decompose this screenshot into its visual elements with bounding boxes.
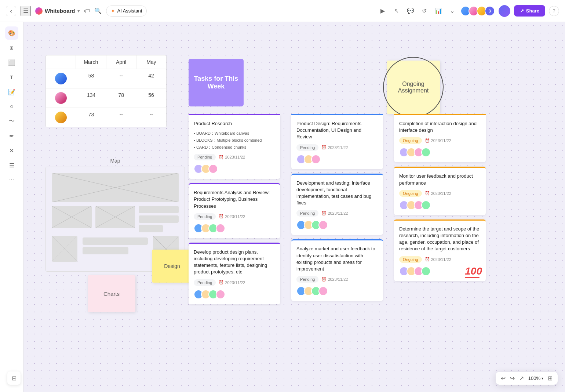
left-sidebar: 🎨 ⊞ ⬜ T 📝 ○ 〜 ✒ ✕ ☰ ··· ⚙: [0, 22, 23, 392]
sidebar-pen-icon[interactable]: ✒: [5, 129, 18, 142]
card-3-1-meta: Ongoing ⏰ 2023/11/22: [399, 137, 481, 144]
wf-img-4: [52, 236, 77, 262]
search-icon[interactable]: 🔍: [94, 7, 102, 14]
sidebar-marker-icon[interactable]: ✕: [5, 144, 18, 157]
card-1-3-title: Develop product design plans, including …: [194, 249, 275, 276]
bottom-left-toolbar: ⊟: [7, 371, 21, 385]
card-3-2-meta: Ongoing ⏰ 2023/11/22: [399, 190, 481, 197]
ta-30: [421, 200, 431, 210]
top-toolbar: ‹ ☰ Whiteboard ▾ 🏷 🔍 ✦ AI Assistant ▶ ↖ …: [0, 0, 565, 22]
menu-button[interactable]: ☰: [21, 6, 31, 16]
fit-view-icon[interactable]: ⊞: [548, 375, 553, 382]
sidebar-frame-icon[interactable]: ⬜: [5, 56, 18, 69]
back-button[interactable]: ‹: [6, 6, 16, 16]
sticky-design-label: Design: [164, 263, 180, 269]
card-3-2-title: Monitor user feedback and product perfor…: [399, 173, 481, 186]
task-card-3-2[interactable]: Monitor user feedback and product perfor…: [394, 167, 486, 215]
sidebar-shape-icon[interactable]: ○: [5, 100, 18, 113]
card-2-1-title: Product Design: Requirements Documentati…: [296, 120, 378, 141]
chart-icon[interactable]: 📊: [434, 7, 443, 15]
task-card-3-3[interactable]: Determine the target and scope of the re…: [394, 219, 486, 281]
col-empty: [46, 55, 76, 69]
history-icon[interactable]: ↺: [420, 7, 429, 15]
ai-label: AI Assistant: [117, 8, 142, 14]
calendar-row-1: 58 -- 42: [46, 69, 166, 88]
score-underline: [465, 277, 480, 278]
task-card-1-2[interactable]: Requirements Analysis and Review: Produc…: [189, 183, 280, 238]
card-1-2-status: Pending: [194, 213, 216, 220]
card-3-3-status: Ongoing: [399, 256, 422, 263]
task-card-2-1[interactable]: Product Design: Requirements Documentati…: [291, 115, 383, 169]
wf-block-small-1: [52, 236, 77, 262]
card-1-3-meta: Pending ⏰ 2023/11/22: [194, 279, 275, 286]
card-1-3-date: ⏰ 2023/11/22: [219, 280, 245, 285]
card-2-3-title: Analyze market and user feedback to iden…: [296, 246, 378, 272]
sticky-design: Design: [152, 250, 192, 283]
sidebar-list-icon[interactable]: ☰: [5, 159, 18, 172]
task-column-1: Product Research BOARD：Whiteboard canvas…: [189, 114, 280, 309]
chat-icon[interactable]: 💬: [406, 7, 415, 15]
task-card-2-3[interactable]: Analyze market and user feedback to iden…: [291, 239, 383, 301]
task-card-1-1[interactable]: Product Research BOARD：Whiteboard canvas…: [189, 115, 280, 179]
sidebar-palette-icon[interactable]: 🎨: [5, 26, 18, 40]
wf-row-2: [52, 206, 179, 232]
cursor-tool-icon[interactable]: ↗: [519, 375, 524, 382]
card-3-1-title: Completion of interaction design and int…: [399, 120, 481, 134]
ta-26: [421, 148, 431, 157]
ai-assistant-button[interactable]: ✦ AI Assistant: [106, 6, 147, 17]
play-icon[interactable]: ▶: [378, 7, 387, 15]
cursor-icon[interactable]: ↖: [392, 7, 401, 15]
zoom-level[interactable]: 100% ▾: [528, 375, 543, 381]
zoom-value: 100%: [528, 375, 540, 381]
card-3-2-date: ⏰ 2023/11/22: [425, 191, 451, 196]
ta-3: [208, 164, 218, 174]
sidebar-sticky-icon[interactable]: 📝: [5, 85, 18, 98]
cal-r1-may: 42: [136, 69, 166, 88]
task-card-3-1[interactable]: Completion of interaction design and int…: [394, 115, 486, 162]
card-1-1-date: ⏰ 2023/11/22: [219, 155, 245, 160]
cal-r3-march: 73: [76, 108, 106, 127]
ta-14: [311, 155, 321, 164]
ta-22: [318, 286, 328, 296]
ta-34: [421, 266, 431, 276]
more-icon[interactable]: ⌄: [448, 7, 457, 15]
tasks-header: Tasks for This Week: [189, 59, 244, 106]
cal-avatar-3: [46, 108, 76, 127]
bullet-2: BLOCKS：Multiple blocks combined: [194, 138, 275, 143]
task-card-1-3[interactable]: Develop product design plans, including …: [189, 243, 280, 304]
score-value: 100: [465, 266, 482, 276]
task-card-2-2[interactable]: Development and testing: interface devel…: [291, 174, 383, 235]
card-2-1-meta: Pending ⏰ 2023/11/22: [296, 144, 378, 151]
canvas[interactable]: March April May 58 -- 42 134 78 56 73 --: [23, 22, 565, 392]
current-user-avatar: [499, 5, 510, 17]
wf-text-lines: [81, 236, 149, 262]
wf-block-full: [52, 173, 179, 202]
sidebar-frames-icon[interactable]: ⊞: [5, 41, 18, 54]
tag-icon: 🏷: [84, 8, 90, 14]
zoom-chevron-icon: ▾: [542, 376, 543, 380]
layers-icon[interactable]: ⊟: [7, 371, 21, 385]
calendar-header-row: March April May: [46, 55, 166, 69]
card-2-2-title: Development and testing: interface devel…: [296, 180, 378, 207]
card-1-2-meta: Pending ⏰ 2023/11/22: [194, 213, 275, 220]
sidebar-more-icon[interactable]: ···: [5, 173, 18, 186]
card-3-1-avatars: [399, 148, 481, 157]
share-button[interactable]: ↗ Share: [514, 5, 545, 17]
sidebar-line-icon[interactable]: 〜: [5, 115, 18, 128]
card-1-1-status: Pending: [194, 154, 216, 160]
card-2-2-avatars: [296, 220, 378, 230]
redo-icon[interactable]: ↪: [510, 375, 515, 382]
card-1-1-meta: Pending ⏰ 2023/11/22: [194, 154, 275, 160]
help-button[interactable]: ?: [549, 6, 559, 16]
card-3-2-status: Ongoing: [399, 190, 422, 197]
calendar-row-3: 73 -- --: [46, 108, 166, 127]
score-container: 100: [465, 266, 482, 278]
task-column-3: Completion of interaction design and int…: [394, 114, 486, 286]
card-1-2-avatars: [194, 224, 275, 233]
bottom-right-toolbar: ↩ ↪ ↗ 100% ▾ ⊞: [496, 372, 558, 385]
wf-line-1: [139, 206, 179, 213]
card-1-1-avatars: [194, 164, 275, 174]
sidebar-text-icon[interactable]: T: [5, 70, 18, 84]
share-icon: ↗: [520, 8, 524, 14]
undo-icon[interactable]: ↩: [501, 375, 506, 382]
